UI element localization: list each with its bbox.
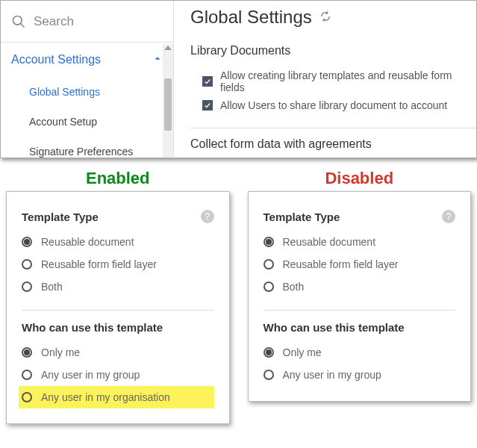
radio-reusable-document[interactable]: [264, 237, 274, 247]
radio-label: Both: [283, 281, 305, 293]
template-card-disabled: Template Type ? Reusable document Reusab…: [248, 191, 472, 402]
radio-label: Any user in my organisation: [41, 391, 170, 403]
checkbox-label: Allow creating library templates and reu…: [220, 69, 476, 93]
radio-only-me[interactable]: [264, 347, 274, 358]
radio-label: Any user in my group: [283, 369, 381, 381]
checkbox-label: Allow Users to share library document to…: [220, 99, 447, 111]
scrollbar[interactable]: [163, 44, 173, 158]
radio-both[interactable]: [22, 281, 32, 292]
divider: [190, 128, 476, 128]
radio-label: Reusable form field layer: [41, 258, 157, 270]
radio-label: Only me: [283, 346, 322, 358]
svg-point-0: [13, 16, 22, 25]
radio-reusable-form-field-layer[interactable]: [264, 259, 274, 270]
card-label-disabled: Disabled: [248, 169, 472, 188]
divider: [22, 310, 214, 311]
radio-any-user-group[interactable]: [264, 370, 274, 380]
card-heading-who-can-use: Who can use this template: [264, 321, 456, 334]
radio-reusable-form-field-layer[interactable]: [22, 259, 32, 270]
radio-label: Reusable document: [41, 236, 134, 248]
card-heading-template-type: Template Type: [22, 211, 99, 223]
search-placeholder: Search: [34, 14, 74, 29]
card-heading-template-type: Template Type: [264, 211, 340, 223]
card-heading-who-can-use: Who can use this template: [22, 321, 214, 334]
section-collect-form-data: Collect form data with agreements: [190, 137, 476, 151]
sidebar-item-global-settings[interactable]: Global Settings: [1, 77, 173, 107]
help-icon[interactable]: ?: [201, 210, 214, 223]
scroll-up-arrow-icon[interactable]: [164, 46, 172, 50]
checkbox-allow-templates[interactable]: [202, 76, 213, 87]
help-icon[interactable]: ?: [442, 210, 455, 223]
checkbox-allow-share[interactable]: [202, 100, 213, 111]
radio-any-user-group[interactable]: [22, 370, 32, 380]
template-card-enabled: Template Type ? Reusable document Reusab…: [6, 191, 230, 424]
radio-label: Reusable form field layer: [283, 258, 399, 270]
nav-group-label: Account Settings: [11, 53, 101, 66]
radio-label: Any user in my group: [41, 369, 140, 381]
radio-reusable-document[interactable]: [22, 237, 32, 247]
card-label-enabled: Enabled: [6, 169, 230, 188]
sidebar-item-account-setup[interactable]: Account Setup: [1, 107, 173, 137]
divider: [264, 310, 456, 311]
search-bar[interactable]: Search: [1, 1, 173, 43]
chevron-up-icon: [152, 53, 163, 66]
section-library-documents: Library Documents: [190, 44, 476, 57]
radio-only-me[interactable]: [22, 347, 32, 358]
radio-label: Reusable document: [283, 236, 376, 248]
radio-label: Both: [41, 281, 63, 293]
sidebar-item-signature-preferences[interactable]: Signature Preferences: [1, 137, 173, 167]
nav-group-account-settings[interactable]: Account Settings: [1, 43, 173, 77]
svg-line-1: [21, 23, 25, 27]
scrollbar-thumb[interactable]: [164, 78, 172, 131]
radio-label: Only me: [41, 346, 80, 358]
radio-both[interactable]: [264, 281, 274, 292]
radio-any-user-organisation[interactable]: [22, 392, 32, 402]
refresh-icon[interactable]: [319, 10, 331, 25]
page-title: Global Settings: [190, 7, 312, 28]
search-icon: [11, 14, 26, 29]
